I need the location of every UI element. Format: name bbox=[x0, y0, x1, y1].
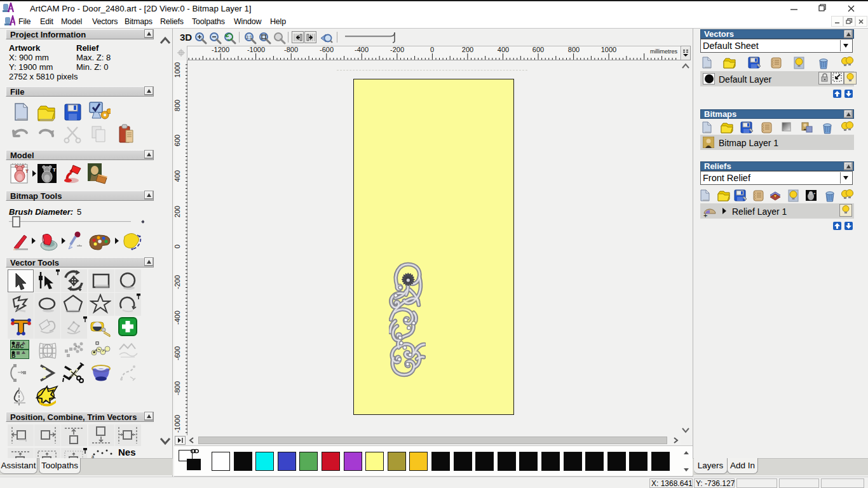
svg-text:1000: 1000 bbox=[601, 46, 616, 53]
svg-text:200: 200 bbox=[462, 46, 473, 53]
svg-text:200: 200 bbox=[174, 206, 181, 217]
svg-text:+: + bbox=[813, 191, 816, 195]
svg-text:-800: -800 bbox=[284, 46, 298, 53]
svg-text:ABC: ABC bbox=[11, 343, 24, 349]
svg-text:-800: -800 bbox=[174, 381, 181, 395]
svg-text:-1200: -1200 bbox=[212, 46, 229, 53]
svg-text:1000: 1000 bbox=[174, 62, 181, 78]
svg-text:-600: -600 bbox=[174, 346, 181, 360]
svg-text:T: T bbox=[53, 167, 56, 173]
svg-text:400: 400 bbox=[174, 170, 181, 182]
svg-text:-200: -200 bbox=[390, 46, 404, 53]
svg-text:0: 0 bbox=[430, 46, 434, 53]
svg-text:0: 0 bbox=[174, 245, 181, 248]
svg-text:-400: -400 bbox=[355, 46, 369, 53]
svg-text:-200: -200 bbox=[174, 275, 181, 289]
svg-text:800: 800 bbox=[174, 100, 181, 111]
svg-text:T: T bbox=[25, 168, 29, 174]
svg-text:400: 400 bbox=[498, 46, 509, 53]
svg-text:600: 600 bbox=[174, 135, 181, 146]
svg-text:-1000: -1000 bbox=[247, 46, 265, 53]
svg-text:-600: -600 bbox=[320, 46, 334, 53]
svg-text:-400: -400 bbox=[174, 311, 181, 325]
svg-text:B: B bbox=[11, 353, 16, 359]
svg-text:800: 800 bbox=[568, 46, 580, 53]
svg-text:+: + bbox=[703, 212, 707, 219]
svg-text:600: 600 bbox=[532, 46, 544, 53]
svg-text:millimetres: millimetres bbox=[650, 48, 678, 55]
svg-text:-1000: -1000 bbox=[174, 415, 181, 433]
svg-text:1:1: 1:1 bbox=[246, 35, 252, 39]
